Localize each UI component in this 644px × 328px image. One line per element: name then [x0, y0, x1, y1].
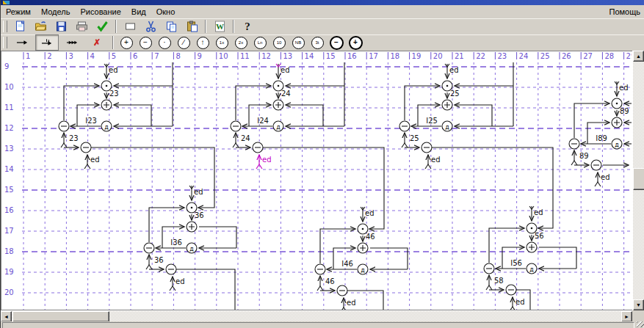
- toolbar-grip[interactable]: [3, 37, 7, 48]
- block-button-8[interactable]: 10: [271, 35, 287, 50]
- toolbar-separator: [112, 36, 114, 49]
- menu-4[interactable]: Окно: [151, 6, 181, 18]
- vertical-scrollbar[interactable]: ▲ ▼: [632, 51, 644, 310]
- toolbar-grip[interactable]: [3, 21, 7, 32]
- link-arrow-insert-icon: [41, 37, 54, 48]
- help-button[interactable]: ?: [238, 18, 257, 34]
- row-label: 13: [4, 145, 14, 153]
- motif-i-label: I24: [257, 117, 269, 125]
- ed-label: ed: [365, 209, 375, 217]
- validate-button[interactable]: [93, 18, 112, 34]
- block-button-3[interactable]: ∕: [176, 35, 192, 50]
- diagram-motif-23[interactable]: ed23edд23I23: [59, 62, 173, 169]
- diagram-motif-24[interactable]: ed24edд24I24: [231, 62, 344, 169]
- svg-text:д: д: [276, 124, 281, 131]
- print-button[interactable]: [72, 18, 91, 34]
- title-bar[interactable]: [1, 0, 644, 5]
- diagram-surface[interactable]: 1234567891011121314151617181920212223242…: [1, 51, 632, 310]
- ed-label: ed: [601, 173, 610, 181]
- ed-label: ed: [534, 208, 543, 216]
- row-label: 19: [4, 268, 14, 276]
- block-button-4[interactable]: ↑: [195, 35, 211, 50]
- row-label: 11: [4, 103, 14, 112]
- ed-label: ed: [90, 156, 100, 164]
- menu-3[interactable]: Вид: [126, 6, 151, 18]
- save-button[interactable]: [51, 18, 70, 34]
- column-label: 7: [154, 52, 159, 60]
- motif-i-label: I25: [426, 117, 438, 125]
- column-label: 27: [583, 52, 593, 60]
- horizontal-scrollbar[interactable]: ◄ ►: [1, 310, 632, 322]
- column-label: 28: [604, 52, 614, 60]
- blocks-toolbar: ✗+−·∕↑1x2xLn10NB3t−+: [1, 34, 644, 51]
- block-icon-8: 10: [273, 37, 286, 49]
- row-label: 15: [4, 186, 14, 194]
- block-button-1[interactable]: −: [137, 35, 153, 50]
- menu-2[interactable]: Рисование: [75, 6, 126, 18]
- block-button-6[interactable]: 2x: [233, 35, 249, 50]
- word-export-button[interactable]: W: [210, 18, 229, 34]
- block-icon-11: −: [330, 36, 344, 50]
- block-icon-5: 1x: [216, 37, 228, 49]
- block-button-12[interactable]: +: [347, 35, 363, 50]
- scroll-right-button[interactable]: ►: [621, 311, 632, 322]
- block-button-10[interactable]: 3t: [309, 35, 325, 50]
- motif-number: 46: [366, 233, 375, 241]
- block-button-5[interactable]: 1x: [214, 35, 230, 50]
- column-label: 4: [90, 52, 95, 60]
- diagram-motif-25[interactable]: ed25edд25I25: [399, 62, 513, 169]
- link-arrow-chain-button[interactable]: [60, 34, 84, 51]
- column-label: 10: [219, 52, 228, 60]
- frame-icon: [124, 21, 137, 32]
- block-button-2[interactable]: ·: [156, 35, 173, 50]
- motif-number: 23: [109, 90, 119, 98]
- frame-button[interactable]: [120, 18, 140, 34]
- hscroll-thumb[interactable]: [12, 311, 109, 322]
- menu-1[interactable]: Модель: [36, 6, 75, 18]
- menu-0[interactable]: Режим: [1, 6, 36, 18]
- row-label: 10: [4, 83, 14, 91]
- menu-help[interactable]: Помощь: [604, 6, 644, 18]
- row-label: 12: [4, 124, 14, 132]
- row-label: 17: [4, 227, 14, 235]
- paste-button[interactable]: [182, 18, 201, 34]
- block-button-7[interactable]: Ln: [252, 35, 268, 50]
- scroll-up-button[interactable]: ▲: [633, 51, 644, 62]
- scroll-left-button[interactable]: ◄: [1, 311, 12, 322]
- block-button-9[interactable]: NB: [290, 35, 306, 50]
- column-label: 13: [283, 52, 292, 60]
- motif-i-label: I46: [341, 260, 353, 268]
- scrollbar-corner: [632, 310, 644, 321]
- block-icon-10: 3t: [311, 37, 324, 49]
- block-button-11[interactable]: −: [328, 35, 344, 50]
- cut-button[interactable]: [141, 18, 160, 34]
- vscroll-thumb[interactable]: [633, 168, 644, 190]
- ed-label: ed: [619, 84, 629, 92]
- diagram-canvas[interactable]: 1234567891011121314151617181920212223242…: [1, 51, 632, 310]
- ed-label: ed: [109, 66, 118, 74]
- row-label: 14: [4, 165, 14, 173]
- column-label: 17: [369, 52, 378, 60]
- copy-icon: [165, 21, 178, 32]
- ext-label: 25: [410, 134, 419, 142]
- link-arrow-button[interactable]: [10, 34, 34, 51]
- ext-label: 23: [69, 134, 79, 142]
- delete-link-button[interactable]: ✗: [85, 34, 109, 51]
- diagram-motif-36[interactable]: ed36edд36I36: [144, 186, 236, 291]
- copy-button[interactable]: [162, 18, 181, 34]
- column-label: 16: [347, 52, 357, 60]
- column-label: 23: [497, 52, 507, 60]
- new-button[interactable]: [10, 18, 29, 34]
- block-button-0[interactable]: +: [118, 35, 134, 50]
- menu-bar: РежимМодельРисованиеВидОкноПомощь: [1, 5, 644, 19]
- motif-number: 25: [450, 90, 460, 98]
- resize-grip[interactable]: [637, 321, 644, 327]
- open-button[interactable]: [31, 18, 50, 34]
- row-label: 18: [4, 247, 14, 255]
- link-arrow-insert-button[interactable]: [35, 34, 59, 51]
- paste-icon: [186, 21, 198, 32]
- diagram-motif-46[interactable]: ed46edд46I46: [315, 207, 408, 310]
- motif-number: 24: [281, 90, 291, 98]
- diagram-motif-89[interactable]: ed89edд89I89: [569, 81, 632, 186]
- scroll-down-button[interactable]: ▼: [633, 299, 644, 310]
